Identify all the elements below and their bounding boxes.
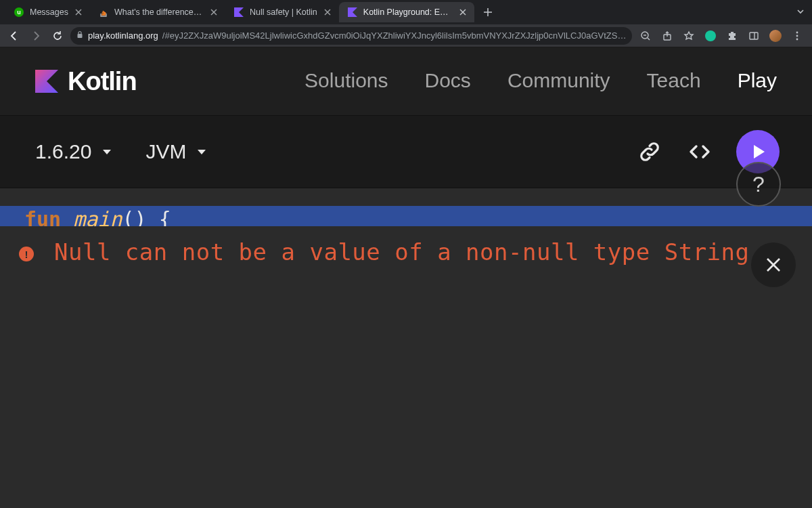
playground-toolbar: 1.6.20 JVM ? [0,115,812,188]
extension-grammarly-icon[interactable] [701,27,720,45]
nav-teach[interactable]: Teach [647,69,701,117]
browser-tab[interactable]: Null safety | Kotlin [225,2,339,22]
help-label: ? [752,172,765,197]
close-icon [763,255,784,275]
kotlin-logo[interactable]: Kotlin [35,67,137,96]
version-dropdown[interactable]: 1.6.20 [35,140,113,163]
close-icon[interactable] [323,7,332,17]
nav-community[interactable]: Community [508,69,610,117]
tabs-overflow-chevron-icon[interactable] [796,7,805,19]
kotlin-icon [347,7,358,18]
site-header: Kotlin Solutions Docs Community Teach Pl… [0,47,812,115]
zoom-icon[interactable] [636,27,655,45]
forward-button[interactable] [27,27,45,45]
svg-marker-25 [103,150,111,154]
target-value: JVM [145,140,186,163]
tab-title: What's the difference between [114,7,204,17]
svg-line-14 [648,38,650,40]
help-button[interactable]: ? [736,162,781,207]
browser-tab[interactable]: u Messages [5,2,90,22]
svg-point-23 [796,38,798,40]
brand-name: Kotlin [68,67,137,96]
extensions-icon[interactable] [723,27,742,45]
tab-title: Null safety | Kotlin [250,7,317,17]
svg-marker-24 [35,70,58,93]
address-bar[interactable]: play.kotlinlang.org/#eyJ2ZXJzaW9uljoiMS4… [70,27,632,45]
svg-point-22 [796,35,798,37]
bookmark-icon[interactable] [679,27,698,45]
nav-solutions[interactable]: Solutions [304,69,388,117]
embed-code-button[interactable] [686,138,713,165]
tab-title: Kotlin Playground: Edit, Run, S [363,7,453,17]
svg-rect-12 [78,34,83,38]
close-panel-button[interactable] [751,242,796,287]
profile-avatar[interactable] [766,27,785,45]
version-value: 1.6.20 [35,140,91,163]
svg-marker-26 [198,150,206,154]
error-icon: ! [19,247,34,261]
code-line: fun main() { [0,206,812,226]
svg-marker-4 [234,7,244,17]
reload-button[interactable] [49,27,66,45]
code-editor[interactable]: fun main() { [0,188,812,226]
browser-tab[interactable]: What's the difference between [90,2,225,22]
error-message: Null can not be a value of a non-null ty… [54,238,750,266]
svg-point-21 [796,31,798,33]
url-path: /#eyJ2ZXJzaW9uljoiMS42LjlwliwicGxhdGZvcm… [162,30,627,41]
close-icon[interactable] [458,7,468,17]
side-panel-icon[interactable] [744,27,763,45]
browser-tab-active[interactable]: Kotlin Playground: Edit, Run, S [339,2,474,22]
nav-docs[interactable]: Docs [425,69,471,117]
svg-marker-27 [754,145,765,158]
chevron-down-icon [196,146,208,158]
chevron-down-icon [101,146,113,158]
kebab-menu-icon[interactable] [788,27,807,45]
target-dropdown[interactable]: JVM [145,140,208,163]
nav-play[interactable]: Play [738,69,777,117]
svg-marker-18 [685,32,693,39]
stackoverflow-icon [98,7,109,18]
main-nav: Solutions Docs Community Teach Play [304,69,777,94]
tab-title: Messages [30,7,68,17]
kotlin-icon [233,7,244,18]
svg-rect-19 [750,33,758,39]
play-icon [748,142,768,162]
close-icon[interactable] [74,7,83,17]
url-host: play.kotlinlang.org [88,30,158,41]
share-icon[interactable] [658,27,677,45]
close-icon[interactable] [209,7,219,17]
svg-marker-7 [348,7,357,17]
new-tab-button[interactable] [478,3,497,22]
browser-tabstrip: u Messages What's the difference between… [0,0,812,24]
upwork-icon: u [14,7,24,18]
back-button[interactable] [5,27,23,45]
kotlin-logo-icon [35,69,58,93]
output-panel: ! Null can not be a value of a non-null … [0,226,812,508]
browser-toolbar: play.kotlinlang.org/#eyJ2ZXJzaW9uljoiMS4… [0,24,812,47]
share-link-button[interactable] [636,138,663,165]
lock-icon [76,30,84,41]
